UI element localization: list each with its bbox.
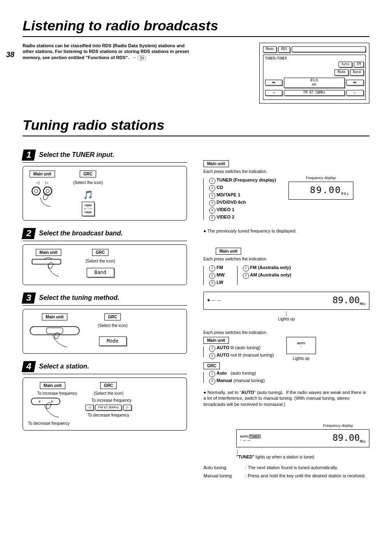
auto-tuning-label: Auto tuning — [203, 465, 240, 470]
grc-label: GRC — [92, 249, 108, 256]
grc-label: GRC — [80, 170, 96, 177]
stereo-indicator-icon: ✺ — — — [207, 298, 221, 303]
screen-freq: FM 87.50MHz — [284, 90, 345, 96]
sub-title: Tuning radio stations — [23, 116, 369, 136]
svg-rect-6 — [46, 328, 63, 334]
next-icon: ▷ — [346, 90, 364, 96]
step-2-title: Select the broadcast band. — [39, 229, 123, 238]
screen-auto-btn: Auto — [339, 62, 352, 67]
screen-blank-btn — [292, 46, 366, 52]
screen-memo-btn: Memo — [263, 46, 277, 52]
prev-freq-note: The previously tuned frequency is displa… — [203, 228, 369, 234]
grc-label: GRC — [100, 382, 117, 389]
ref-page: 39 — [138, 55, 146, 60]
screen-mode-btn: Mode — [334, 69, 348, 75]
manual-tuning-label: Manual tuning — [203, 473, 240, 479]
screen-fm-btn: FM — [354, 62, 364, 67]
prev-icon: ◁ — [85, 405, 94, 410]
freq-display: 89.00MHz — [332, 432, 366, 444]
svg-point-0 — [32, 187, 40, 195]
lights-up-caption: Lights up — [278, 317, 295, 321]
step-4-title: Select a station. — [39, 362, 89, 371]
select-icon-caption: (Select the icon) — [73, 180, 103, 185]
page-main-title: Listening to radio broadcasts — [23, 16, 369, 37]
main-unit-label: Main unit — [42, 313, 67, 320]
grc-label: GRC — [203, 362, 220, 369]
main-unit-label: Main unit — [216, 248, 241, 255]
select-icon-caption: (Select the icon) — [98, 323, 127, 328]
step-1-num: 1 — [22, 150, 36, 161]
svg-point-2 — [44, 187, 52, 195]
inc-freq-label: To increase frequency — [28, 391, 77, 396]
band-list-2: 1FM (Australia only) 2AM (Australia only… — [237, 264, 291, 287]
tuner-screen-illustration: Memo RDS TUNER>TUNER Auto FM Mode Band ⏮… — [259, 43, 369, 104]
screen-channel: 01chABC — [284, 78, 345, 88]
manual-tuning-desc: : Press and hold the key until the desir… — [245, 473, 366, 479]
next-icon: ▷ — [123, 405, 131, 410]
intro-text: Radio stations can be classified into RD… — [23, 43, 189, 60]
inc-freq-label: To increase frequency — [85, 398, 131, 403]
next-track-icon: ⏭ — [346, 80, 364, 85]
press-switches-caption: Each press switches the indication. — [203, 330, 369, 335]
svg-rect-4 — [32, 259, 61, 264]
main-unit-label: Main unit — [203, 337, 229, 344]
svg-point-3 — [46, 189, 49, 193]
step-4-num: 4 — [22, 361, 36, 372]
main-unit-label: Main unit — [30, 170, 55, 177]
freq-display: 89.00MHz — [332, 295, 366, 307]
step-1-title: Select the TUNER input. — [39, 151, 114, 159]
mode-button-icon: Mode — [99, 336, 127, 346]
step-2-num: 2 — [22, 228, 36, 239]
press-switches-caption: Each press switches the indication. — [203, 169, 369, 174]
screen-breadcrumb: TUNER>TUNER — [265, 57, 364, 61]
freq-display-label: Frequency display — [203, 424, 353, 428]
prev-icon: ◁ — [265, 90, 282, 96]
auto-tuning-desc: : The next station found is tuned automa… — [245, 465, 338, 470]
step-3-title: Select the tuning method. — [39, 294, 120, 302]
svg-text:∧: ∧ — [51, 399, 53, 403]
auto-indicator: AUTO — [291, 341, 311, 345]
main-unit-label: Main unit — [36, 249, 61, 256]
main-unit-label: Main unit — [203, 160, 229, 167]
freq-display-label: Frequency display — [288, 176, 353, 181]
tuner-mini-icon: TUNER ◁·│·▷ TUNER — [82, 202, 95, 216]
step-3-num: 3 — [22, 292, 36, 304]
dec-freq-label: To decrease frequency — [28, 421, 77, 426]
press-switches-caption: Each press switches the indication. — [203, 256, 369, 262]
band-button-hand-icon — [28, 256, 69, 281]
band-button-icon: Band — [87, 268, 114, 278]
svg-rect-7 — [31, 398, 60, 405]
screen-band-btn: Band — [350, 69, 364, 75]
svg-text:∨: ∨ — [38, 399, 41, 403]
grc-label: GRC — [104, 313, 121, 320]
lights-up-caption: Lights up — [286, 356, 316, 361]
auto-mode-note: Normally, set to "AUTO" (auto tuning). I… — [203, 390, 366, 407]
screen-rds-btn: RDS — [278, 46, 290, 52]
page-number: 38 — [6, 50, 14, 60]
updown-hand-icon: ∨ ∧ — [28, 396, 77, 421]
freq-display: 89.00MHz — [288, 182, 353, 200]
mode-button-hand-icon — [28, 320, 81, 349]
music-note-icon: 🎵 — [73, 189, 103, 200]
main-unit-label: Main unit — [40, 382, 65, 389]
dec-freq-label: To decrease frequency — [85, 412, 131, 418]
select-icon-caption: (Select the icon) — [85, 391, 131, 396]
grc-mode-list: 1Auto (auto tuning) 2Manual (manual tuni… — [203, 370, 274, 385]
select-icon-caption: (Select the icon) — [85, 258, 115, 264]
tuned-caption: "TUNED" lights up when a station is tune… — [236, 455, 315, 459]
input-cycle-list: 1TUNER (Frequency display) 2CD 3MD/TAPE … — [203, 177, 276, 221]
auto-tuned-indicator: AUTO TUNED↑ — — — [240, 435, 261, 442]
svg-point-1 — [35, 189, 38, 193]
auto-mode-list: 1AUTO lit (auto tuning) 2AUTO not lit (m… — [203, 345, 274, 359]
knob-hand-icon — [28, 185, 57, 208]
freq-btn: FM 87.50MHz — [95, 405, 122, 410]
prev-track-icon: ⏮ — [265, 80, 282, 85]
band-list-1: 1FM 2MW 3LW — [203, 264, 225, 287]
